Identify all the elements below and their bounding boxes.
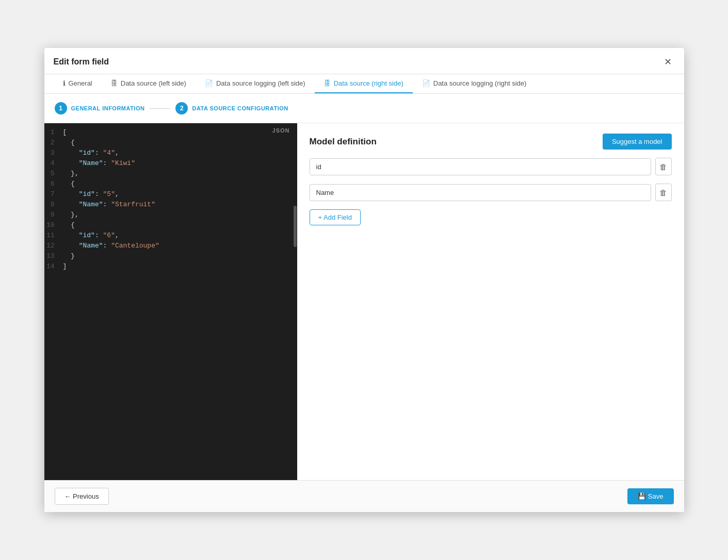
- tab-data-source-left-label: Data source (left side): [121, 79, 186, 87]
- step-1-circle: 1: [55, 102, 67, 114]
- dialog-footer: ← Previous 💾 Save: [44, 480, 684, 512]
- code-line-4: 4 "Name": "Kiwi": [44, 158, 297, 169]
- db-icon-left: 🗄: [111, 79, 118, 87]
- code-line-9: 9 },: [44, 210, 297, 220]
- code-line-6: 6 {: [44, 179, 297, 189]
- trash-icon-2: 🗑: [659, 188, 667, 197]
- model-definition-title: Model definition: [310, 137, 377, 147]
- json-badge: JSON: [272, 127, 290, 134]
- code-panel: JSON 1 [ 2 { 3 "id": "4",: [44, 123, 297, 480]
- code-line-11: 11 "id": "6",: [44, 230, 297, 241]
- code-editor[interactable]: 1 [ 2 { 3 "id": "4", 4 "Name": "Kiwi": [44, 123, 297, 480]
- step-1-label: GENERAL INFORMATION: [71, 105, 145, 111]
- code-line-10: 10 {: [44, 220, 297, 230]
- code-line-7: 7 "id": "5",: [44, 189, 297, 200]
- tab-data-source-logging-left[interactable]: 📄 Data source logging (left side): [196, 74, 315, 93]
- save-button[interactable]: 💾 Save: [627, 488, 673, 504]
- edit-form-field-dialog: Edit form field ✕ ℹ General 🗄 Data sourc…: [44, 48, 684, 512]
- code-line-2: 2 {: [44, 138, 297, 148]
- doc-icon-left: 📄: [205, 79, 213, 87]
- add-field-button[interactable]: + Add Field: [310, 209, 361, 225]
- code-line-3: 3 "id": "4",: [44, 148, 297, 158]
- step-divider: [150, 108, 170, 109]
- step-1[interactable]: 1 GENERAL INFORMATION: [55, 102, 145, 114]
- tab-data-source-right-label: Data source (right side): [334, 79, 403, 87]
- scrollbar-area[interactable]: [293, 123, 297, 480]
- trash-icon: 🗑: [659, 162, 667, 171]
- step-2-label: DATA SOURCE CONFIGURATION: [192, 105, 288, 111]
- code-line-14: 14 ]: [44, 261, 297, 272]
- tabs-bar: ℹ General 🗄 Data source (left side) 📄 Da…: [44, 74, 684, 94]
- dialog-title: Edit form field: [54, 57, 109, 67]
- db-icon-right: 🗄: [324, 79, 331, 87]
- info-icon: ℹ: [63, 79, 66, 87]
- code-line-1: 1 [: [44, 127, 297, 138]
- code-line-5: 5 },: [44, 169, 297, 179]
- tab-general[interactable]: ℹ General: [54, 74, 102, 93]
- delete-field-name-button[interactable]: 🗑: [655, 184, 672, 201]
- scrollbar-thumb: [294, 206, 297, 247]
- tab-data-source-logging-right[interactable]: 📄 Data source logging (right side): [413, 74, 536, 93]
- code-line-8: 8 "Name": "Starfruit": [44, 200, 297, 210]
- doc-icon-right: 📄: [422, 79, 430, 87]
- close-button[interactable]: ✕: [661, 55, 675, 69]
- tab-data-source-left[interactable]: 🗄 Data source (left side): [102, 74, 196, 93]
- code-line-13: 13 }: [44, 251, 297, 261]
- right-panel: Model definition Suggest a model 🗑 🗑 + A…: [297, 123, 684, 480]
- progress-bar: 1 GENERAL INFORMATION 2 DATA SOURCE CONF…: [44, 94, 684, 123]
- field-input-id[interactable]: [310, 158, 651, 175]
- delete-field-id-button[interactable]: 🗑: [655, 158, 672, 175]
- field-row-name: 🗑: [310, 184, 672, 201]
- field-input-name[interactable]: [310, 184, 651, 201]
- tab-data-source-right[interactable]: 🗄 Data source (right side): [315, 74, 413, 93]
- code-line-12: 12 "Name": "Canteloupe": [44, 241, 297, 251]
- step-2-circle: 2: [175, 102, 188, 114]
- previous-button[interactable]: ← Previous: [55, 488, 109, 505]
- main-content: JSON 1 [ 2 { 3 "id": "4",: [44, 123, 684, 480]
- tab-data-source-logging-right-label: Data source logging (right side): [433, 79, 527, 87]
- tab-data-source-logging-left-label: Data source logging (left side): [216, 79, 305, 87]
- tab-general-label: General: [69, 79, 92, 87]
- step-2[interactable]: 2 DATA SOURCE CONFIGURATION: [175, 102, 288, 114]
- suggest-model-button[interactable]: Suggest a model: [603, 134, 672, 150]
- dialog-header: Edit form field ✕: [44, 48, 684, 74]
- field-row-id: 🗑: [310, 158, 672, 175]
- right-panel-header: Model definition Suggest a model: [310, 134, 672, 150]
